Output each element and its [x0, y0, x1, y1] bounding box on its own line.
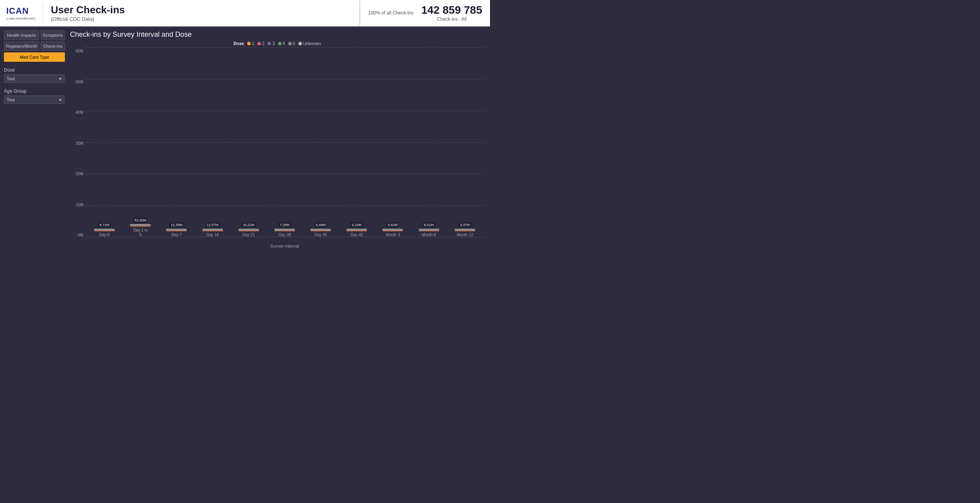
bar-segment: [346, 231, 367, 231]
x-label: Day 14: [203, 233, 223, 237]
y-tick: 30M: [70, 141, 85, 146]
bars-container: 8,71MDay 062,60MDay 1 to612,39MDay 712,5…: [85, 47, 485, 237]
x-label: Day 1 to6: [130, 228, 151, 237]
legend-item: 3: [267, 41, 275, 46]
x-label: Day 35: [311, 233, 331, 237]
bar-stack: 7,29M: [275, 229, 295, 231]
header-pct: 100% of all Check-ins: [368, 10, 413, 16]
bar-group: 8,71MDay 0: [94, 229, 115, 237]
nav-med-care-type[interactable]: Med Care Type: [4, 52, 65, 62]
bar-segment: [382, 231, 403, 231]
bar-group: 12,39MDay 7: [166, 229, 187, 237]
nav-symptoms[interactable]: Symptoms: [41, 31, 65, 40]
logo-area: ICAN v-safe DASHBOARD: [0, 3, 43, 23]
logo-sub: v-safe DASHBOARD: [6, 17, 36, 20]
filter-age-label: Age Group: [4, 88, 65, 94]
chart-area: Check-ins by Survey Interval and Dose Do…: [68, 27, 490, 252]
bar-segment: [166, 231, 187, 231]
y-tick: 20M: [70, 172, 85, 176]
chart-container: 0M10M20M30M40M50M60M8,71MDay 062,60MDay …: [70, 47, 485, 249]
bar-segment: [203, 231, 223, 231]
bar-total-label: 12,57M: [206, 223, 220, 227]
bar-group: 10,21MDay 21: [239, 229, 259, 237]
bar-total-label: 62,60M: [133, 218, 147, 223]
x-label: Day 0: [94, 233, 115, 237]
header-count-area: 142 859 785 Check-ins : All: [421, 4, 482, 22]
logo-text: ICAN: [6, 6, 36, 16]
bar-total-label: 6,62M: [387, 223, 399, 227]
bar-group: 62,60MDay 1 to6: [130, 224, 151, 237]
legend-item: 2: [257, 41, 264, 46]
bar-stack: 10,21M: [239, 229, 259, 231]
x-label: Day 42: [346, 233, 367, 237]
bar-group: 6,48MDay 35: [311, 229, 331, 237]
bar-total-label: 7,29M: [278, 223, 291, 227]
y-tick: 60M: [70, 49, 85, 53]
bar-stack: 12,57M: [203, 229, 223, 231]
filter-dose-select[interactable]: Tout 1 2 3 4 5 Unknown: [4, 74, 65, 83]
nav-check-ins[interactable]: Check-ins: [41, 41, 65, 51]
header-title-area: User Check-ins (Official CDC Data): [43, 1, 359, 25]
filter-age-select[interactable]: Tout 18-29 30-49 50-64 65+: [4, 95, 65, 104]
bar-stack: 6,48M: [311, 229, 331, 231]
y-tick: 10M: [70, 203, 85, 207]
chart-legend: Dose 12345Unknown: [70, 41, 485, 46]
bar-total-label: 12,39M: [169, 223, 183, 227]
legend-item: 1: [247, 41, 254, 46]
y-tick: 50M: [70, 80, 85, 84]
filter-age-group: Age Group Tout 18-29 30-49 50-64 65+ ▼: [4, 88, 65, 104]
legend-item: 4: [278, 41, 285, 46]
bar-group: 12,57MDay 14: [203, 229, 223, 237]
bar-segment: [94, 231, 115, 231]
bar-segment: [275, 231, 295, 231]
bar-group: 6,51MMonth 6: [419, 229, 439, 237]
legend-item: Unknown: [298, 41, 321, 46]
filter-dose-label: Dose: [4, 67, 65, 73]
bar-total-label: 3,37M: [459, 223, 471, 227]
y-tick: 40M: [70, 110, 85, 115]
y-axis: 0M10M20M30M40M50M60M: [70, 47, 85, 249]
bar-total-label: 8,71M: [99, 223, 111, 227]
nav-registers-month[interactable]: Registers/Month: [4, 41, 39, 51]
bar-segment: [311, 231, 331, 231]
bar-segment: [419, 231, 439, 231]
filter-dose-group: Dose Tout 1 2 3 4 5 Unknown ▼: [4, 67, 65, 83]
x-label: Month 12: [455, 233, 475, 237]
header-count: 142 859 785: [421, 4, 482, 16]
bar-group: 3,37MMonth 12: [455, 229, 475, 237]
bar-group: 6,10MDay 42: [346, 229, 367, 237]
bar-group: 7,29MDay 28: [275, 229, 295, 237]
x-axis-title: Survey Interval: [85, 244, 485, 248]
header-stats: 100% of all Check-ins 142 859 785 Check-…: [359, 1, 490, 25]
bar-stack: 6,62M: [382, 229, 403, 231]
bar-stack: 3,37M: [455, 229, 475, 231]
bar-segment: [239, 231, 259, 231]
bar-total-label: 6,48M: [315, 223, 327, 227]
sidebar: Health Impacts Symptoms Registers/Month …: [0, 27, 68, 252]
bar-stack: 12,39M: [166, 229, 187, 231]
bar-total-label: 10,21M: [242, 223, 256, 227]
header-count-label: Check-ins : All: [421, 16, 482, 22]
chart-title: Check-ins by Survey Interval and Dose: [70, 31, 485, 39]
bar-group: 6,62MMonth 3: [382, 229, 403, 237]
legend-item: 5: [288, 41, 295, 46]
bar-stack: 6,51M: [419, 229, 439, 231]
bar-stack: 62,60M: [130, 224, 151, 226]
header: ICAN v-safe DASHBOARD User Check-ins (Of…: [0, 0, 490, 27]
nav-health-impacts[interactable]: Health Impacts: [4, 31, 39, 40]
bar-stack: 6,10M: [346, 229, 367, 231]
bar-total-label: 6,10M: [351, 223, 363, 227]
chart-plot: 8,71MDay 062,60MDay 1 to612,39MDay 712,5…: [85, 47, 485, 249]
x-label: Day 7: [166, 233, 187, 237]
bar-segment: [130, 226, 151, 226]
x-label: Month 6: [419, 233, 439, 237]
x-label: Day 28: [275, 233, 295, 237]
header-subtitle: (Official CDC Data): [51, 16, 352, 22]
y-tick: 0M: [70, 233, 85, 237]
x-label: Month 3: [382, 233, 403, 237]
bar-stack: 8,71M: [94, 229, 115, 231]
header-title: User Check-ins: [51, 4, 352, 16]
bar-total-label: 6,51M: [423, 223, 435, 227]
x-label: Day 21: [239, 233, 259, 237]
legend-label: Dose: [233, 41, 244, 46]
